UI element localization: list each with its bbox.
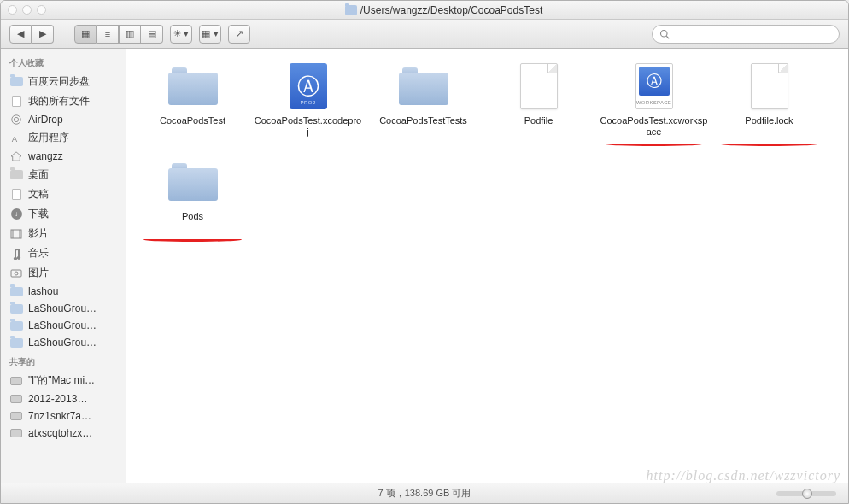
file-area[interactable]: CocoaPodsTestⒶPROJCocoaPodsTest.xcodepro… [126,49,848,483]
sidebar-item-label: lashou [28,285,58,297]
file-item[interactable]: CocoaPodsTest [135,62,250,138]
home-icon [9,150,23,162]
close-window-button[interactable] [8,5,17,15]
file-item[interactable]: Pods [135,158,250,233]
search-icon [659,29,670,39]
zoom-knob[interactable] [802,489,812,499]
annotation-underline [720,142,818,146]
sidebar-item[interactable]: wangzz [1,148,126,165]
folder-icon [345,5,357,15]
sidebar-item-label: atxscqtohzx… [28,427,92,439]
xcodeproj-icon: ⒶPROJ [290,63,327,109]
sidebar-item-label: "l"的"Mac mi… [28,373,95,388]
svg-marker-5 [11,152,21,161]
sidebar-item-label: 音乐 [28,246,49,261]
search-input[interactable] [673,29,832,39]
file-name-label: Pods [179,211,207,233]
window-title: /Users/wangzz/Desktop/CocoaPodsTest [46,4,841,16]
sidebar-item[interactable]: 我的所有文件 [1,91,126,111]
music-icon [9,248,23,260]
sidebar-item-label: 2012-2013… [28,393,87,405]
view-mode-buttons: ▦ ≡ ▥ ▤ [74,25,163,44]
icon-view-button[interactable]: ▦ [74,25,97,44]
doc-icon [9,96,23,108]
sidebar-item[interactable]: 7nz1snkr7a… [1,407,126,425]
folder-gray-icon [9,169,23,181]
file-item[interactable]: ⒶPROJCocoaPodsTest.xcodeproj [250,62,366,138]
zoom-window-button[interactable] [37,5,46,15]
sidebar-item[interactable]: lashou [1,283,126,300]
svg-text:A: A [12,133,18,143]
sidebar-item-label: wangzz [28,150,63,162]
sidebar-item[interactable]: 文稿 [1,185,126,204]
sidebar-item[interactable]: AirDrop [1,111,126,128]
sidebar-item-label: 图片 [28,266,49,280]
disk-icon [9,393,23,405]
sidebar-item[interactable]: 音乐 [1,243,126,263]
workspace-icon: ⒶWORKSPACE [635,63,673,109]
file-item[interactable]: CocoaPodsTestTests [366,62,481,138]
sidebar-item[interactable]: 桌面 [1,165,126,185]
sidebar-item[interactable]: A应用程序 [1,128,126,148]
sidebar-item-label: 影片 [28,226,49,241]
forward-button[interactable]: ▶ [32,25,54,44]
sidebar-item-label: 应用程序 [28,131,69,145]
folder-icon [9,76,23,88]
sidebar-item-label: AirDrop [28,114,63,126]
zoom-slider[interactable] [776,491,836,496]
sidebar-item[interactable]: atxscqtohzx… [1,425,126,442]
sidebar-item[interactable]: ↓下载 [1,204,126,224]
arrange-button[interactable]: ▦ ▾ [199,25,221,44]
sidebar-item-label: 百度云同步盘 [28,74,90,89]
disk-icon [9,410,23,422]
file-name-label: CocoaPodsTest.xcodeproj [250,115,366,138]
sidebar-item[interactable]: 图片 [1,263,126,283]
sidebar-item[interactable]: 2012-2013… [1,390,126,407]
coverflow-view-button[interactable]: ▤ [141,25,163,44]
airdrop-icon [9,114,23,126]
folder-icon [168,163,218,201]
file-name-label: Podfile [521,115,557,138]
nav-buttons: ◀ ▶ [9,25,54,44]
path-title: /Users/wangzz/Desktop/CocoaPodsTest [360,4,542,16]
window-body: 个人收藏 百度云同步盘我的所有文件AirDropA应用程序wangzz桌面文稿↓… [1,49,848,483]
share-button[interactable]: ↗ [228,25,250,44]
svg-point-2 [14,117,18,121]
file-item[interactable]: Podfile.lock [711,62,827,138]
sidebar-item-label: 7nz1snkr7a… [28,410,91,422]
file-item[interactable]: Podfile [481,62,596,138]
window-controls [8,5,46,15]
column-view-button[interactable]: ▥ [119,25,141,44]
photo-icon [9,267,23,279]
svg-line-1 [666,36,669,38]
folder-icon [168,67,218,105]
file-item[interactable]: ⒶWORKSPACECocoaPodsTest.xcworkspace [596,62,711,138]
sidebar-item[interactable]: LaShouGrou… [1,300,126,317]
sidebar-item[interactable]: LaShouGrou… [1,334,126,351]
file-name-label: Podfile.lock [741,115,796,138]
sidebar-item[interactable]: LaShouGrou… [1,317,126,334]
sidebar-item-label: 我的所有文件 [28,94,90,108]
sidebar-item-label: LaShouGrou… [28,337,97,349]
app-icon: A [9,132,23,144]
file-name-label: CocoaPodsTest [156,115,229,138]
movie-icon [9,228,23,240]
back-button[interactable]: ◀ [9,25,32,44]
folder-icon [9,285,23,297]
disk-icon [9,375,23,387]
sidebar-item[interactable]: "l"的"Mac mi… [1,371,126,390]
search-field[interactable] [652,25,840,44]
toolbar: ◀ ▶ ▦ ≡ ▥ ▤ ✳︎ ▾ ▦ ▾ ↗ [1,20,848,49]
sidebar-item[interactable]: 影片 [1,224,126,243]
folder-icon [9,302,23,314]
document-icon [751,63,788,109]
titlebar: /Users/wangzz/Desktop/CocoaPodsTest [1,1,848,20]
list-view-button[interactable]: ≡ [97,25,119,44]
sidebar-section-shared: 共享的 [1,351,126,371]
download-icon: ↓ [9,208,23,220]
sidebar: 个人收藏 百度云同步盘我的所有文件AirDropA应用程序wangzz桌面文稿↓… [1,49,126,483]
svg-point-3 [12,115,21,125]
sidebar-item[interactable]: 百度云同步盘 [1,72,126,91]
action-button[interactable]: ✳︎ ▾ [170,25,192,44]
minimize-window-button[interactable] [22,5,32,15]
